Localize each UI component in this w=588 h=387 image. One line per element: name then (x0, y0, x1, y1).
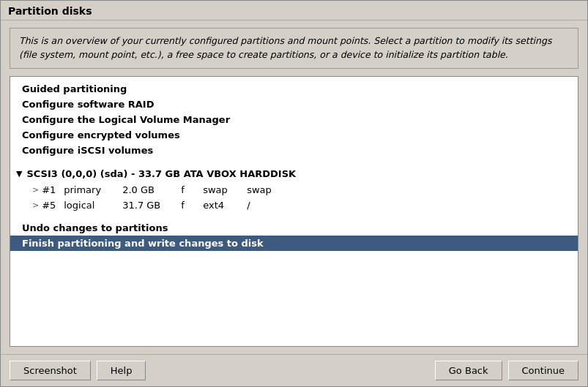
window-title: Partition disks (1, 1, 587, 20)
partition-2-chevron: > (32, 200, 39, 210)
list-item-iscsi[interactable]: Configure iSCSI volumes (10, 143, 578, 158)
partition-row-2[interactable]: > #5 logical 31.7 GB f ext4 / (10, 198, 578, 213)
help-button[interactable]: Help (97, 361, 146, 380)
list-item-software-raid[interactable]: Configure software RAID (10, 97, 578, 112)
disk-expand-icon: ▼ (16, 169, 22, 179)
partition-row-1[interactable]: > #1 primary 2.0 GB f swap swap (10, 182, 578, 198)
description-text: This is an overview of your currently co… (10, 28, 578, 69)
partition-list: Guided partitioning Configure software R… (10, 77, 578, 255)
footer: Screenshot Help Go Back Continue (1, 354, 587, 386)
footer-right-buttons: Go Back Continue (435, 361, 578, 380)
list-item-finish[interactable]: Finish partitioning and write changes to… (10, 236, 578, 251)
list-item-undo[interactable]: Undo changes to partitions (10, 220, 578, 236)
disk-header[interactable]: ▼ SCSI3 (0,0,0) (sda) - 33.7 GB ATA VBOX… (10, 165, 578, 182)
continue-button[interactable]: Continue (508, 361, 578, 380)
footer-left-buttons: Screenshot Help (10, 361, 146, 380)
list-item-encrypted[interactable]: Configure encrypted volumes (10, 127, 578, 143)
partition-list-container[interactable]: Guided partitioning Configure software R… (10, 76, 578, 347)
list-item-guided[interactable]: Guided partitioning (10, 81, 578, 97)
partition-disks-window: Partition disks This is an overview of y… (0, 0, 588, 387)
go-back-button[interactable]: Go Back (435, 361, 502, 380)
screenshot-button[interactable]: Screenshot (10, 361, 91, 380)
partition-1-chevron: > (32, 185, 39, 195)
content-area: This is an overview of your currently co… (1, 20, 587, 354)
list-item-lvm[interactable]: Configure the Logical Volume Manager (10, 112, 578, 127)
